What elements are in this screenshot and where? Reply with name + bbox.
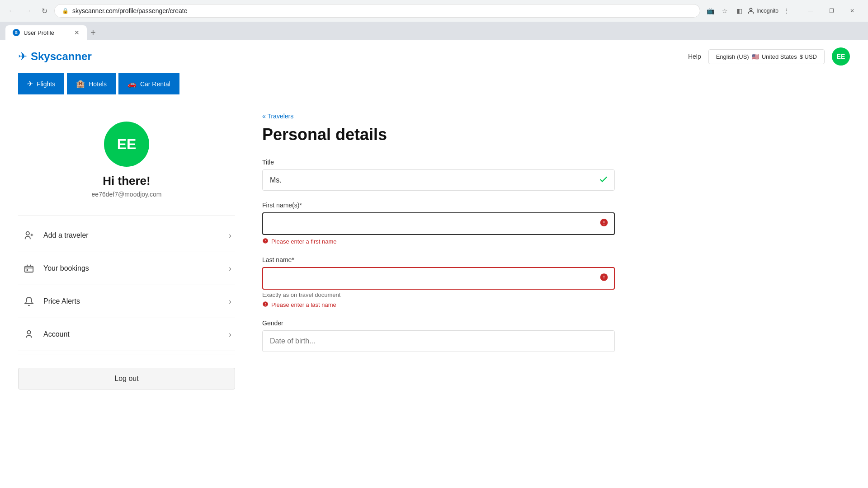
svg-point-9 <box>604 224 604 225</box>
svg-point-6 <box>27 331 30 334</box>
last-name-error-icon <box>599 273 609 284</box>
cast-icon[interactable]: 📺 <box>704 5 717 17</box>
last-name-input[interactable] <box>262 267 615 290</box>
sidebar-email: ee76def7@moodjoy.com <box>92 191 162 198</box>
logout-button[interactable]: Log out <box>18 368 235 389</box>
help-link[interactable]: Help <box>688 53 701 60</box>
header-right: Help English (US) 🇺🇸 United States $ USD… <box>688 47 850 66</box>
country-flag: 🇺🇸 <box>752 53 759 60</box>
logo[interactable]: ✈ Skyscanner <box>18 50 92 63</box>
sidebar-item-price-alerts[interactable]: Price Alerts › <box>18 285 235 318</box>
last-name-error-message: Please enter a last name <box>262 301 615 309</box>
tab-close-button[interactable]: ✕ <box>74 29 80 36</box>
profile-icon[interactable]: ◧ <box>733 5 745 17</box>
gender-input[interactable] <box>262 330 615 352</box>
account-chevron: › <box>229 330 231 339</box>
add-traveler-label: Add a traveler <box>43 231 229 239</box>
flights-tab[interactable]: ✈ Flights <box>18 73 64 94</box>
svg-point-15 <box>604 278 604 279</box>
your-bookings-icon <box>22 261 36 276</box>
tab-title: User Profile <box>24 29 71 36</box>
last-name-error-message-icon <box>262 301 269 309</box>
add-traveler-chevron: › <box>229 231 231 240</box>
personal-details-form: « Travelers Personal details Title Ms. M… <box>262 113 615 389</box>
sidebar-greeting: Hi there! <box>103 174 150 188</box>
hotels-icon: 🏨 <box>76 80 85 88</box>
new-tab-button[interactable]: + <box>87 26 99 40</box>
sidebar-item-your-bookings[interactable]: Your bookings › <box>18 252 235 285</box>
country-label: United States <box>762 53 797 60</box>
car-rental-tab[interactable]: 🚗 Car Rental <box>118 73 179 94</box>
your-bookings-label: Your bookings <box>43 264 229 272</box>
svg-point-0 <box>750 8 752 10</box>
bookmark-icon[interactable]: ☆ <box>718 5 731 17</box>
page: ✈ Skyscanner Help English (US) 🇺🇸 United… <box>0 40 868 447</box>
sidebar-item-account[interactable]: Account › <box>18 318 235 351</box>
breadcrumb[interactable]: « Travelers <box>262 113 615 120</box>
back-button[interactable]: ← <box>5 5 18 17</box>
sidebar: EE Hi there! ee76def7@moodjoy.com Add a … <box>18 113 235 389</box>
title-wrapper: Ms. Mr. Mrs. Dr. <box>262 169 615 191</box>
reload-button[interactable]: ↻ <box>38 5 51 17</box>
first-name-field-group: First name(s)* Please enter a first name <box>262 202 615 245</box>
svg-rect-4 <box>25 266 33 272</box>
incognito-badge: Incognito <box>747 7 778 14</box>
window-controls: — ❐ ✕ <box>800 4 863 18</box>
first-name-input[interactable] <box>262 212 615 235</box>
flights-icon: ✈ <box>27 80 33 88</box>
currency-label: $ USD <box>800 53 817 60</box>
first-name-label: First name(s)* <box>262 202 615 209</box>
account-label: Account <box>43 330 229 338</box>
car-rental-icon: 🚗 <box>127 80 137 88</box>
first-name-error-icon <box>599 218 609 230</box>
car-rental-label: Car Rental <box>140 80 170 88</box>
locale-button[interactable]: English (US) 🇺🇸 United States $ USD <box>708 49 825 64</box>
svg-point-5 <box>27 270 28 271</box>
menu-icon[interactable]: ⋮ <box>780 5 793 17</box>
logo-text: Skyscanner <box>31 50 92 63</box>
gender-field-group: Gender <box>262 319 615 352</box>
user-avatar[interactable]: EE <box>832 47 850 66</box>
form-title: Personal details <box>262 125 615 144</box>
your-bookings-chevron: › <box>229 264 231 273</box>
first-name-wrapper <box>262 212 615 235</box>
active-tab[interactable]: S User Profile ✕ <box>5 25 87 40</box>
first-name-error-message-icon <box>262 238 269 245</box>
title-valid-icon <box>599 174 609 186</box>
minimize-button[interactable]: — <box>800 4 821 18</box>
first-name-error-text: Please enter a first name <box>271 238 337 245</box>
gender-wrapper <box>262 330 615 352</box>
svg-point-12 <box>265 242 265 242</box>
add-traveler-icon <box>22 228 36 243</box>
last-name-hint: Exactly as on travel document <box>262 291 615 298</box>
browser-toolbar: ← → ↻ 🔒 skyscanner.com/profile/passenger… <box>0 0 868 22</box>
price-alerts-icon <box>22 294 36 309</box>
address-bar[interactable]: 🔒 skyscanner.com/profile/passenger/creat… <box>54 4 700 18</box>
hotels-label: Hotels <box>89 80 107 88</box>
logo-icon: ✈ <box>18 50 27 63</box>
sidebar-divider <box>18 215 235 216</box>
sidebar-divider-bottom <box>18 355 235 355</box>
account-icon <box>22 327 36 342</box>
lock-icon: 🔒 <box>62 8 69 14</box>
flights-label: Flights <box>37 80 55 88</box>
hotels-tab[interactable]: 🏨 Hotels <box>67 73 116 94</box>
locale-label: English (US) <box>716 53 749 60</box>
last-name-label: Last name* <box>262 256 615 263</box>
svg-point-1 <box>26 232 29 235</box>
browser-actions: 📺 ☆ ◧ Incognito ⋮ <box>704 5 793 17</box>
close-button[interactable]: ✕ <box>842 4 863 18</box>
title-label: Title <box>262 159 615 166</box>
restore-button[interactable]: ❐ <box>821 4 842 18</box>
title-field-group: Title Ms. Mr. Mrs. Dr. <box>262 159 615 191</box>
nav-tabs: ✈ Flights 🏨 Hotels 🚗 Car Rental <box>0 73 868 94</box>
sidebar-avatar-circle: EE <box>104 122 149 167</box>
sidebar-profile: EE Hi there! ee76def7@moodjoy.com <box>18 113 235 211</box>
tab-bar: S User Profile ✕ + <box>0 22 868 40</box>
title-select[interactable]: Ms. Mr. Mrs. Dr. <box>262 169 615 191</box>
sidebar-item-add-traveler[interactable]: Add a traveler › <box>18 219 235 252</box>
first-name-error-message: Please enter a first name <box>262 238 615 245</box>
last-name-field-group: Last name* Exactly as on travel document… <box>262 256 615 309</box>
site-header: ✈ Skyscanner Help English (US) 🇺🇸 United… <box>0 40 868 73</box>
forward-button[interactable]: → <box>22 5 34 17</box>
